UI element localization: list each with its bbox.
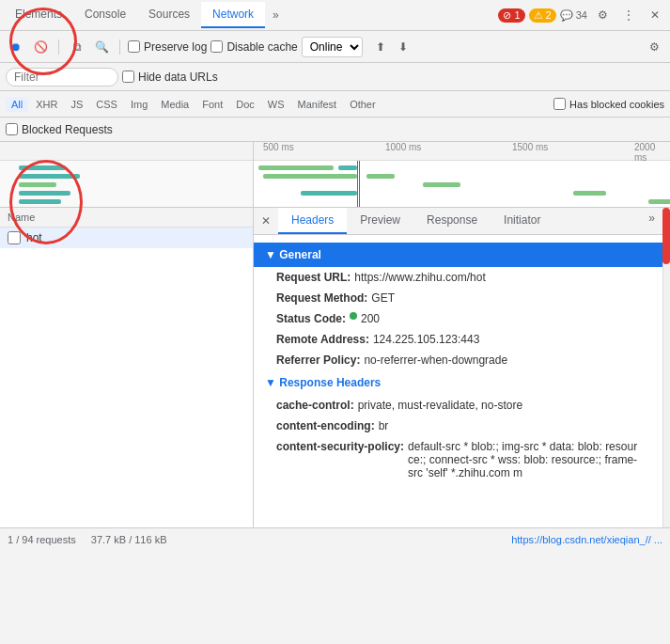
more-options-icon[interactable]: ⋮ [617, 4, 640, 26]
type-doc[interactable]: Doc [230, 97, 260, 112]
record-icon[interactable]: ⏺ [6, 37, 26, 57]
bar-1 [19, 165, 66, 170]
scrollbar-track[interactable] [662, 208, 670, 527]
mark-2000: 2000 ms [634, 142, 670, 163]
tbar-4 [366, 174, 395, 179]
request-method-val: GET [371, 291, 395, 305]
tbar-2 [338, 165, 357, 170]
mark-500: 500 ms [263, 142, 294, 152]
hide-data-urls-input[interactable] [122, 71, 134, 83]
bar-3 [19, 182, 56, 187]
timeline-red-line [357, 161, 358, 207]
blocked-requests-checkbox[interactable]: Blocked Requests [6, 123, 113, 136]
blocked-cookies-input[interactable] [553, 98, 566, 110]
network-settings-icon[interactable]: ⚙ [644, 37, 664, 57]
type-all[interactable]: All [6, 97, 28, 112]
status-code-val: 200 [361, 312, 380, 325]
referrer-policy-key: Referrer Policy: [276, 353, 360, 367]
request-url-row: Request URL: https://www.zhihu.com/hot [254, 267, 662, 288]
timeline-right: 500 ms 1000 ms 1500 ms 2000 ms 2500 m [254, 142, 670, 207]
close-icon[interactable]: ✕ [644, 4, 666, 26]
type-xhr[interactable]: XHR [30, 97, 63, 112]
type-media[interactable]: Media [155, 97, 195, 112]
tab-console[interactable]: Console [73, 2, 137, 28]
csp-val: default-src * blob:; img-src * data: blo… [408, 440, 640, 479]
request-method-row: Request Method: GET [254, 288, 662, 308]
search-input[interactable] [6, 68, 118, 86]
file-list: Name hot [0, 208, 254, 527]
status-link[interactable]: https://blog.csdn.net/xieqian_// ... [511, 534, 662, 545]
scrollbar-thumb[interactable] [662, 208, 670, 264]
upload-icon[interactable]: ⬆ [370, 37, 391, 57]
tab-sources[interactable]: Sources [137, 2, 201, 28]
referrer-policy-row: Referrer Policy: no-referrer-when-downgr… [254, 350, 662, 370]
blocked-cookies-checkbox[interactable]: Has blocked cookies [553, 98, 664, 110]
timeline-right-bars [254, 161, 670, 207]
blocked-requests-input[interactable] [6, 123, 18, 135]
online-select[interactable]: Online [302, 37, 363, 57]
tab-initiator[interactable]: Initiator [491, 208, 553, 234]
type-other[interactable]: Other [344, 97, 382, 112]
hide-data-urls-checkbox[interactable]: Hide data URLs [122, 71, 218, 84]
download-icon[interactable]: ⬇ [393, 37, 413, 57]
type-manifest[interactable]: Manifest [292, 97, 343, 112]
timeline-left-bars [0, 161, 253, 208]
file-list-header-name: Name [8, 212, 35, 223]
error-badge: ⊘ 1 [498, 8, 524, 23]
timeline-blue-line [359, 161, 360, 207]
request-url-key: Request URL: [276, 271, 351, 284]
remote-address-val: 124.225.105.123:443 [373, 333, 479, 346]
blocked-requests-row: Blocked Requests [0, 118, 670, 142]
detail-content: ▼ General Request URL: https://www.zhihu… [254, 235, 662, 491]
settings-icon[interactable]: ⚙ [591, 4, 614, 26]
referrer-policy-val: no-referrer-when-downgrade [364, 353, 507, 367]
clear-icon[interactable]: 🚫 [30, 37, 51, 57]
general-section-title: ▼ General [265, 248, 321, 261]
warn-badge: ⚠ 2 [529, 8, 556, 23]
timeline-left-ruler [0, 142, 253, 161]
type-font[interactable]: Font [196, 97, 228, 112]
tab-preview[interactable]: Preview [347, 208, 413, 234]
file-checkbox-hot[interactable] [8, 231, 21, 244]
tab-network[interactable]: Network [201, 2, 265, 28]
tab-response[interactable]: Response [413, 208, 491, 234]
tbar-8 [648, 199, 670, 204]
disable-cache-checkbox[interactable]: Disable cache [210, 40, 297, 54]
filter-icon[interactable]: ⧉ [67, 37, 87, 57]
search-icon[interactable]: 🔍 [91, 37, 112, 57]
tbar-1 [258, 165, 334, 170]
status-dot [350, 312, 357, 320]
preserve-log-input[interactable] [128, 40, 140, 53]
response-headers-section-header[interactable]: ▼ Response Headers [254, 370, 662, 395]
tab-more-icon[interactable]: » [265, 3, 287, 27]
disable-cache-input[interactable] [210, 40, 223, 53]
type-css[interactable]: CSS [90, 97, 123, 112]
type-js[interactable]: JS [65, 97, 88, 112]
network-toolbar: ⏺ 🚫 ⧉ 🔍 Preserve log Disable cache Onlin… [0, 31, 670, 63]
detail-tabs: ✕ Headers Preview Response Initiator » [254, 208, 662, 235]
type-img[interactable]: Img [125, 97, 153, 112]
request-url-val[interactable]: https://www.zhihu.com/hot [354, 271, 485, 284]
detail-close-icon[interactable]: ✕ [254, 208, 278, 234]
status-code-key: Status Code: [276, 312, 346, 325]
blocked-cookies-label: Has blocked cookies [569, 99, 664, 110]
preserve-log-checkbox[interactable]: Preserve log [128, 40, 207, 54]
mark-1000: 1000 ms [385, 142, 421, 152]
csp-row: content-security-policy: default-src * b… [254, 436, 662, 483]
tbar-3 [263, 174, 357, 179]
divider-1 [58, 39, 59, 55]
detail-panel: ✕ Headers Preview Response Initiator » ▼… [254, 208, 662, 527]
remote-address-key: Remote Address: [276, 333, 369, 346]
response-headers-title: ▼ Response Headers [265, 376, 381, 389]
general-section-header[interactable]: ▼ General [254, 243, 662, 267]
transfer-size: 37.7 kB / 116 kB [91, 534, 167, 545]
remote-address-row: Remote Address: 124.225.105.123:443 [254, 329, 662, 350]
tab-elements[interactable]: Elements [4, 2, 73, 28]
cache-control-val: private, must-revalidate, no-store [358, 399, 522, 412]
tbar-7 [573, 191, 606, 196]
tab-headers[interactable]: Headers [278, 208, 347, 234]
type-ws[interactable]: WS [262, 97, 290, 112]
detail-tabs-more-icon[interactable]: » [641, 208, 662, 234]
file-item-hot[interactable]: hot [0, 228, 253, 248]
file-name-hot: hot [26, 231, 42, 244]
